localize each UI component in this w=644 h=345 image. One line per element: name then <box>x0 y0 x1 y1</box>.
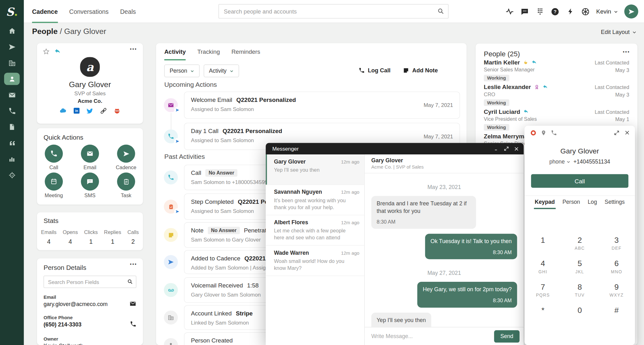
expand-icon[interactable] <box>502 143 511 155</box>
sidebar-item-calls[interactable] <box>4 105 20 117</box>
user-menu[interactable]: Kevin <box>596 8 618 15</box>
person-row-martin-keller[interactable]: Martin Keller Senior Sales Manager Worki… <box>475 59 637 84</box>
calendar-icon <box>50 178 58 186</box>
nav-tab-cadence[interactable]: Cadence <box>32 0 58 23</box>
activity-filter-dropdown[interactable]: Activity <box>204 64 239 77</box>
messenger-titlebar[interactable]: Messenger <box>266 143 524 155</box>
edit-layout-button[interactable]: Edit Layout <box>601 29 637 35</box>
help-icon[interactable]: ? <box>551 7 560 16</box>
phone-type-dropdown[interactable]: phone <box>549 159 570 165</box>
thread-savannah-nguyen[interactable]: Savannah Nguyen 12m ago It's been great … <box>266 185 364 215</box>
sidebar-item-analytics[interactable] <box>4 153 20 165</box>
settings-wheel-icon[interactable] <box>581 7 590 16</box>
tab-person[interactable]: Person <box>563 199 580 209</box>
key-9[interactable]: 9WXYZ <box>598 283 635 300</box>
thread-albert-flores[interactable]: Albert Flores 12m ago Let me check with … <box>266 215 364 246</box>
favorite-star-icon[interactable] <box>43 48 50 55</box>
item-meta: Gary Glover to Sam Solomon <box>191 292 261 298</box>
salesforce-cloud-icon[interactable] <box>59 107 67 115</box>
call-button[interactable]: Call <box>531 174 629 188</box>
log-call-button[interactable]: Log Call <box>358 67 391 74</box>
tab-tracking[interactable]: Tracking <box>197 43 220 60</box>
user-avatar[interactable] <box>624 4 638 18</box>
item-meta: Assigned to Sam Solomon <box>191 208 254 214</box>
tab-log[interactable]: Log <box>588 199 597 209</box>
key-7[interactable]: 7PQRS <box>525 283 561 300</box>
quick-action-cadence[interactable]: Cadence <box>113 145 139 170</box>
quick-action-sms[interactable]: SMS <box>77 173 103 198</box>
key-4[interactable]: 4GHI <box>525 259 561 276</box>
linkedin-icon[interactable]: in <box>73 107 80 114</box>
phone-transfer-icon[interactable] <box>551 130 557 136</box>
key-1[interactable]: 1 <box>525 236 561 253</box>
quick-action-email[interactable]: Email <box>77 145 103 170</box>
activity-pulse-icon[interactable] <box>505 7 514 16</box>
nav-tab-deals[interactable]: Deals <box>120 0 136 23</box>
tab-reminders[interactable]: Reminders <box>231 43 260 60</box>
key-5[interactable]: 5JKL <box>561 259 598 276</box>
key-hash[interactable]: # <box>598 306 635 323</box>
app-logo[interactable]: S. <box>0 0 24 23</box>
sidebar-item-templates[interactable] <box>4 121 20 133</box>
tab-keypad[interactable]: Keypad <box>535 199 555 209</box>
message-input[interactable] <box>365 333 494 339</box>
sidebar-item-email[interactable] <box>4 89 20 101</box>
dialpad-icon[interactable] <box>536 7 545 16</box>
close-icon[interactable] <box>511 143 521 155</box>
owler-icon[interactable] <box>113 107 121 114</box>
key-2[interactable]: 2ABC <box>561 236 598 253</box>
twitter-icon[interactable] <box>86 107 94 114</box>
search-icon[interactable] <box>127 279 133 285</box>
sidebar-item-people[interactable] <box>4 73 20 85</box>
send-button[interactable]: Send <box>494 330 519 342</box>
upcoming-item-welcome-email[interactable]: Welcome EmailQ22021 Personalized Assigne… <box>184 92 460 119</box>
sidebar-item-accounts[interactable] <box>4 57 20 69</box>
upcoming-actions-heading: Upcoming Actions <box>164 81 217 88</box>
people-panel-menu-button[interactable]: ••• <box>623 49 630 54</box>
quick-action-meeting[interactable]: Meeting <box>41 173 67 198</box>
close-icon[interactable] <box>624 130 630 136</box>
key-star[interactable]: * <box>525 306 561 323</box>
sidebar-item-home[interactable] <box>4 25 20 37</box>
add-note-button[interactable]: Add Note <box>403 67 438 74</box>
sidebar-item-cadences[interactable] <box>4 41 20 53</box>
reply-arrow-icon[interactable] <box>54 48 61 55</box>
phone-action-icon[interactable] <box>130 321 136 327</box>
minimize-icon[interactable] <box>491 143 501 155</box>
profile-company[interactable]: Acme Co. <box>37 98 143 104</box>
chat-icon[interactable] <box>520 7 529 16</box>
expand-icon[interactable] <box>614 130 619 135</box>
thread-wade-warren[interactable]: Wade Warren 12m ago Woah small world! Ho… <box>266 246 364 276</box>
key-8[interactable]: 8TUV <box>561 283 598 300</box>
incoming-message: Brenda and I are free Tuesday at 2 if th… <box>371 196 476 229</box>
key-6[interactable]: 6MNO <box>598 259 635 276</box>
email-action-icon[interactable] <box>129 300 136 307</box>
link-icon[interactable] <box>100 107 107 114</box>
person-fields-search-input[interactable] <box>43 275 136 288</box>
breadcrumb-section[interactable]: People <box>32 27 58 36</box>
field-value: Kevin Stallworth <box>43 343 136 345</box>
person-details-menu-button[interactable]: ••• <box>130 262 137 267</box>
location-pin-icon[interactable] <box>541 130 547 136</box>
sidebar-item-goals[interactable] <box>4 169 20 181</box>
nav-tab-conversations[interactable]: Conversations <box>69 0 108 23</box>
global-search-input[interactable] <box>219 4 448 19</box>
sidebar-item-snippets[interactable] <box>4 137 20 149</box>
profile-menu-button[interactable]: ••• <box>130 47 137 52</box>
field-office-phone: Office Phone (650) 214-3303 <box>43 315 136 328</box>
key-3[interactable]: 3DEF <box>598 236 635 253</box>
lightning-icon[interactable] <box>566 7 575 16</box>
tab-activity[interactable]: Activity <box>164 43 186 60</box>
thread-gary-glover[interactable]: Gary Glover 12m ago Yep I'll see you the… <box>266 154 364 185</box>
search-icon[interactable] <box>437 8 445 15</box>
record-icon[interactable] <box>530 130 536 136</box>
outgoing-message: Ok Tuesday it is! Talk to you then8:30 A… <box>425 234 517 259</box>
item-date: May 7, 2021 <box>424 133 453 140</box>
person-row-leslie-alexander[interactable]: Leslie Alexander CRO Working Last Contac… <box>475 84 637 108</box>
key-0[interactable]: 0 <box>561 306 598 323</box>
person-filter-dropdown[interactable]: Person <box>164 64 199 77</box>
quick-action-call[interactable]: Call <box>41 145 67 170</box>
tab-settings[interactable]: Settings <box>605 199 625 209</box>
quick-action-task[interactable]: Task <box>113 173 139 198</box>
svg-text:in: in <box>75 109 78 113</box>
